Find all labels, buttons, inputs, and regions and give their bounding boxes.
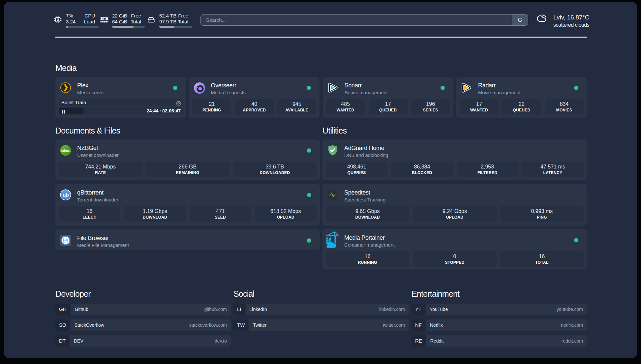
svg-text:qb: qb <box>63 192 69 198</box>
svg-text:nzbget: nzbget <box>61 149 71 152</box>
